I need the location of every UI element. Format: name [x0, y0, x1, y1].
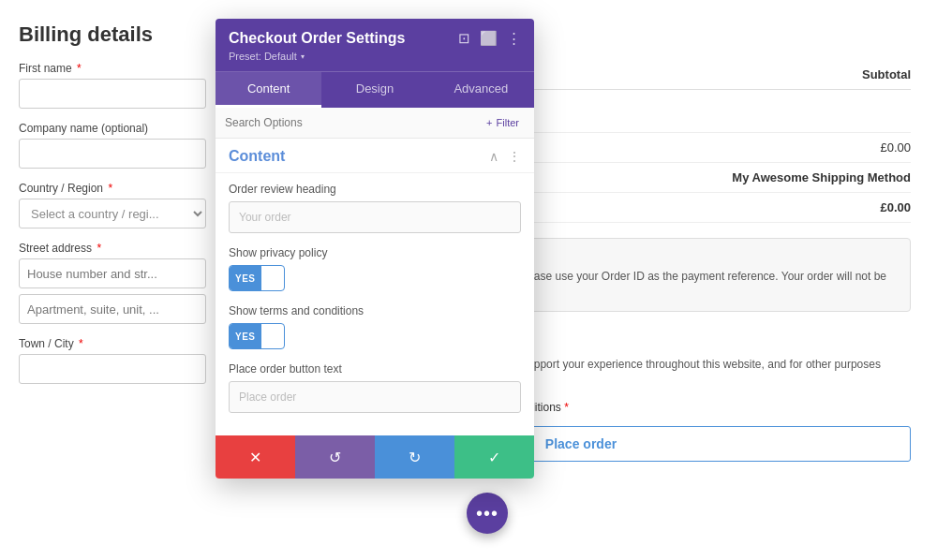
country-group: Country / Region * Select a country / re… — [19, 182, 206, 228]
city-input[interactable] — [19, 354, 206, 384]
layout-icon[interactable]: ⬜ — [480, 30, 498, 47]
settings-tabs: Content Design Advanced — [216, 71, 534, 108]
first-name-label: First name * — [19, 62, 206, 75]
settings-preset[interactable]: Preset: Default ▾ — [229, 51, 521, 62]
terms-group: Show terms and conditions YES — [229, 304, 521, 349]
order-review-heading-input[interactable] — [229, 201, 521, 233]
settings-title-row: Checkout Order Settings ⊡ ⬜ ⋮ — [229, 30, 521, 47]
filter-button[interactable]: + Filter — [481, 115, 525, 130]
street-input[interactable] — [19, 258, 206, 288]
subtotal-value: £0.00 — [513, 133, 911, 163]
settings-panel: Checkout Order Settings ⊡ ⬜ ⋮ Preset: De… — [216, 19, 534, 479]
responsive-icon[interactable]: ⊡ — [458, 30, 470, 47]
tab-content[interactable]: Content — [216, 72, 321, 108]
billing-panel: Billing details First name * Company nam… — [0, 0, 225, 560]
order-review-heading-group: Order review heading — [229, 183, 521, 233]
privacy-policy-toggle[interactable]: YES — [229, 265, 285, 291]
collapse-icon[interactable]: ∧ — [489, 149, 498, 164]
save-button[interactable]: ✓ — [454, 435, 534, 479]
billing-title: Billing details — [19, 22, 206, 47]
city-label: Town / City * — [19, 337, 206, 350]
action-bar: ✕ ↺ ↻ ✓ — [216, 435, 534, 479]
terms-label: Show terms and conditions — [229, 304, 521, 317]
tab-design[interactable]: Design — [321, 72, 427, 108]
terms-toggle[interactable]: YES — [229, 323, 285, 349]
settings-header-icons: ⊡ ⬜ ⋮ — [458, 30, 521, 47]
subtotal-col-header: Subtotal — [513, 60, 911, 90]
search-input[interactable] — [225, 116, 481, 129]
toggle-yes-label: YES — [230, 266, 261, 290]
first-name-input[interactable] — [19, 79, 206, 109]
total-value: £0.00 — [513, 193, 911, 223]
first-name-group: First name * — [19, 62, 206, 109]
product-subtotal — [513, 90, 911, 133]
redo-button[interactable]: ↻ — [375, 435, 454, 479]
settings-fields: Order review heading Show privacy policy… — [216, 173, 534, 435]
street-label: Street address * — [19, 242, 206, 255]
section-title: Content — [229, 148, 285, 165]
more-icon[interactable]: ⋮ — [507, 30, 521, 47]
company-name-label: Company name (optional) — [19, 122, 206, 135]
country-label: Country / Region * — [19, 182, 206, 195]
privacy-policy-label: Show privacy policy — [229, 246, 521, 259]
order-review-heading-label: Order review heading — [229, 183, 521, 196]
shipping-value: My Awesome Shipping Method — [513, 163, 911, 193]
terms-toggle-yes-label: YES — [230, 324, 261, 348]
fab-icon: ••• — [476, 503, 498, 524]
terms-toggle-handle — [265, 327, 280, 346]
fab-button[interactable]: ••• — [467, 493, 508, 534]
privacy-policy-group: Show privacy policy YES — [229, 246, 521, 291]
country-select[interactable]: Select a country / regi... — [19, 199, 206, 228]
filter-plus-icon: + — [486, 117, 492, 128]
preset-arrow-icon: ▾ — [301, 52, 305, 61]
tab-advanced[interactable]: Advanced — [428, 72, 534, 108]
section-controls: ∧ ⋮ — [489, 149, 521, 164]
content-section-header: Content ∧ ⋮ — [216, 139, 534, 173]
street-group: Street address * — [19, 242, 206, 324]
place-order-text-label: Place order button text — [229, 362, 521, 376]
street-input-2[interactable] — [19, 294, 206, 324]
undo-button[interactable]: ↺ — [295, 435, 375, 479]
city-group: Town / City * — [19, 337, 206, 384]
company-name-input[interactable] — [19, 139, 206, 169]
search-bar: + Filter — [216, 108, 534, 139]
filter-label: Filter — [497, 117, 519, 128]
settings-header: Checkout Order Settings ⊡ ⬜ ⋮ Preset: De… — [216, 19, 534, 71]
settings-content: Content ∧ ⋮ Order review heading Show pr… — [216, 139, 534, 479]
settings-title: Checkout Order Settings — [229, 30, 405, 47]
cancel-button[interactable]: ✕ — [216, 435, 295, 479]
place-order-text-group: Place order button text — [229, 362, 521, 413]
toggle-handle — [265, 269, 280, 287]
section-menu-icon[interactable]: ⋮ — [508, 149, 521, 164]
place-order-text-input[interactable] — [229, 381, 521, 413]
company-name-group: Company name (optional) — [19, 122, 206, 169]
